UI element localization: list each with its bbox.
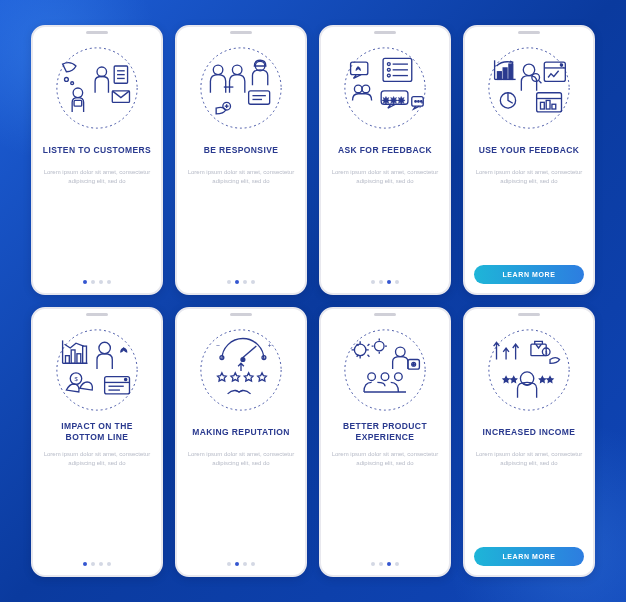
svg-point-0: [57, 48, 137, 128]
svg-point-62: [99, 342, 110, 353]
svg-rect-42: [509, 64, 513, 79]
svg-rect-60: [77, 354, 81, 364]
svg-point-11: [201, 48, 281, 128]
phone-card-income: $ INCREASED INCOME Lorem ipsum dolor sit…: [463, 307, 595, 577]
card-body: Lorem ipsum dolor sit amet, consectetur …: [186, 450, 296, 556]
svg-point-30: [387, 74, 390, 77]
product-experience-icon: [337, 327, 433, 413]
svg-point-1: [65, 77, 69, 81]
svg-rect-59: [71, 350, 75, 363]
card-title: INCREASED INCOME: [483, 421, 576, 443]
svg-rect-4: [74, 100, 82, 106]
card-title: ASK FOR FEEDBACK: [338, 139, 432, 161]
svg-point-43: [523, 64, 534, 75]
svg-point-13: [232, 65, 242, 75]
svg-text:$: $: [545, 351, 548, 355]
responsive-icon: [193, 45, 289, 131]
phone-row-1: LISTEN TO CUSTOMERS Lorem ipsum dolor si…: [24, 25, 602, 295]
svg-text:−: −: [216, 342, 220, 349]
phone-card-use: USE YOUR FEEDBACK Lorem ipsum dolor sit …: [463, 25, 595, 295]
phone-row-2: $ IMPACT ON THE BOTTOM LINE Lorem ipsum …: [24, 307, 602, 577]
svg-point-80: [396, 347, 406, 357]
svg-point-23: [354, 85, 362, 93]
svg-point-34: [415, 101, 417, 103]
phone-card-responsive: BE RESPONSIVE Lorem ipsum dolor sit amet…: [175, 25, 307, 295]
card-body: Lorem ipsum dolor sit amet, consectetur …: [474, 168, 584, 259]
svg-point-35: [418, 101, 420, 103]
svg-point-86: [381, 373, 389, 381]
phone-card-impact: $ IMPACT ON THE BOTTOM LINE Lorem ipsum …: [31, 307, 163, 577]
card-title: BE RESPONSIVE: [204, 139, 279, 161]
learn-more-button[interactable]: LEARN MORE: [474, 265, 584, 284]
svg-rect-51: [540, 102, 544, 109]
svg-rect-61: [83, 346, 87, 363]
svg-line-45: [539, 80, 542, 83]
svg-point-85: [368, 373, 376, 381]
svg-point-78: [354, 344, 365, 355]
pager-dots[interactable]: [83, 280, 111, 284]
svg-rect-15: [249, 91, 270, 104]
pager-dots[interactable]: [371, 562, 399, 566]
svg-point-67: [125, 378, 127, 380]
svg-point-28: [387, 68, 390, 71]
card-title: USE YOUR FEEDBACK: [479, 139, 580, 161]
phone-card-listen: LISTEN TO CUSTOMERS Lorem ipsum dolor si…: [31, 25, 163, 295]
svg-point-21: [345, 48, 425, 128]
svg-point-77: [345, 330, 425, 410]
card-body: Lorem ipsum dolor sit amet, consectetur …: [42, 450, 152, 556]
use-feedback-icon: [481, 45, 577, 131]
increased-income-icon: $: [481, 327, 577, 413]
card-body: Lorem ipsum dolor sit amet, consectetur …: [42, 168, 152, 274]
svg-text:+: +: [268, 342, 272, 349]
card-title: LISTEN TO CUSTOMERS: [43, 139, 151, 161]
svg-point-26: [387, 63, 390, 66]
card-body: Lorem ipsum dolor sit amet, consectetur …: [330, 168, 440, 274]
pager-dots[interactable]: [227, 280, 255, 284]
svg-point-55: [57, 330, 137, 410]
card-body: Lorem ipsum dolor sit amet, consectetur …: [186, 168, 296, 274]
svg-rect-58: [65, 356, 69, 364]
listen-icon: [49, 45, 145, 131]
pager-dots[interactable]: [83, 562, 111, 566]
svg-line-71: [243, 346, 256, 357]
svg-rect-41: [503, 68, 507, 79]
card-title: MAKING REPUTATION: [192, 421, 290, 443]
svg-point-2: [71, 82, 74, 85]
svg-point-5: [97, 67, 107, 77]
svg-point-72: [241, 358, 245, 362]
svg-rect-89: [531, 344, 546, 355]
svg-point-37: [489, 48, 569, 128]
svg-point-79: [374, 341, 384, 351]
svg-point-36: [421, 101, 423, 103]
ask-feedback-icon: [337, 45, 433, 131]
impact-icon: $: [49, 327, 145, 413]
phone-card-reputation: − + MAKING REPUTATION Lorem ipsum dolor …: [175, 307, 307, 577]
pager-dots[interactable]: [227, 562, 255, 566]
svg-point-3: [73, 88, 83, 98]
card-body: Lorem ipsum dolor sit amet, consectetur …: [474, 450, 584, 541]
svg-rect-40: [497, 72, 501, 80]
svg-point-48: [560, 64, 562, 66]
svg-text:$: $: [74, 376, 78, 382]
card-body: Lorem ipsum dolor sit amet, consectetur …: [330, 450, 440, 556]
phone-card-ask: ASK FOR FEEDBACK Lorem ipsum dolor sit a…: [319, 25, 451, 295]
svg-point-88: [489, 330, 569, 410]
svg-rect-53: [552, 104, 556, 109]
svg-point-24: [362, 85, 370, 93]
learn-more-button[interactable]: LEARN MORE: [474, 547, 584, 566]
svg-point-12: [213, 65, 223, 75]
card-title: IMPACT ON THE BOTTOM LINE: [42, 421, 152, 443]
phone-card-product: BETTER PRODUCT EXPERIENCE Lorem ipsum do…: [319, 307, 451, 577]
svg-rect-52: [546, 100, 550, 109]
card-title: BETTER PRODUCT EXPERIENCE: [330, 421, 440, 443]
pager-dots[interactable]: [371, 280, 399, 284]
reputation-icon: − +: [193, 327, 289, 413]
svg-point-87: [395, 373, 403, 381]
